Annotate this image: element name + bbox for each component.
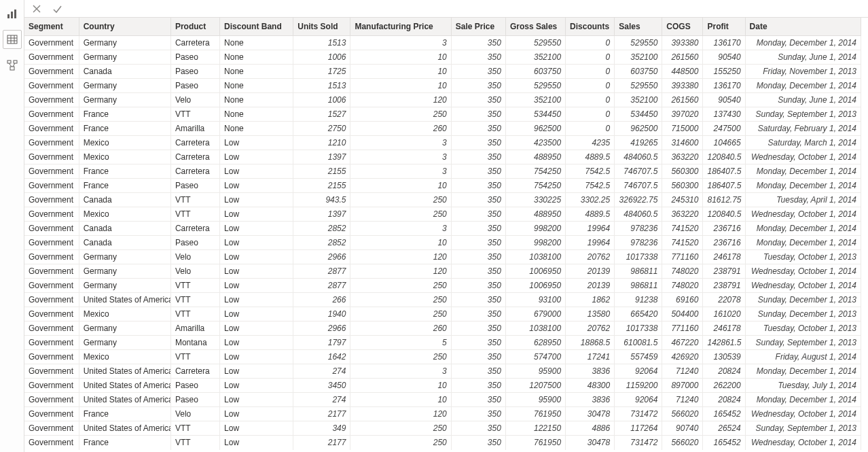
cell-date[interactable]: Friday, August 1, 2014: [745, 350, 861, 364]
cell-profit[interactable]: 136170: [703, 79, 745, 93]
cell-country[interactable]: United States of America: [79, 293, 170, 307]
cell-country[interactable]: Mexico: [79, 150, 170, 164]
cell-discount_band[interactable]: Low: [220, 364, 293, 379]
cell-discount_band[interactable]: Low: [220, 136, 293, 150]
column-header-product[interactable]: Product: [170, 18, 219, 36]
cell-sales[interactable]: 352100: [615, 93, 662, 107]
cell-profit[interactable]: 137430: [703, 107, 745, 122]
cell-discount_band[interactable]: Low: [220, 421, 293, 436]
cell-date[interactable]: Sunday, December 1, 2013: [745, 307, 861, 321]
cell-sale_price[interactable]: 350: [451, 193, 505, 207]
cell-mfg_price[interactable]: 10: [350, 50, 451, 65]
cell-units_sold[interactable]: 1725: [293, 65, 350, 79]
table-row[interactable]: GovernmentUnited States of AmericaVTTLow…: [24, 421, 861, 436]
cell-discount_band[interactable]: Low: [220, 279, 293, 293]
cell-sale_price[interactable]: 350: [451, 393, 505, 407]
cell-cogs[interactable]: 467220: [662, 336, 703, 350]
table-row[interactable]: GovernmentMexicoVTTLow164225035057470017…: [24, 350, 861, 364]
cell-units_sold[interactable]: 2155: [293, 179, 350, 193]
cell-product[interactable]: VTT: [170, 279, 219, 293]
cell-country[interactable]: France: [79, 407, 170, 421]
cell-sales[interactable]: 419265: [615, 136, 662, 150]
cell-country[interactable]: France: [79, 122, 170, 136]
cell-discounts[interactable]: 13580: [566, 307, 615, 321]
cell-units_sold[interactable]: 1397: [293, 207, 350, 222]
cell-sale_price[interactable]: 350: [451, 122, 505, 136]
cell-sale_price[interactable]: 350: [451, 65, 505, 79]
cell-discounts[interactable]: 3836: [566, 393, 615, 407]
cell-segment[interactable]: Government: [24, 350, 79, 364]
cell-profit[interactable]: 120840.5: [703, 207, 745, 222]
cell-units_sold[interactable]: 1006: [293, 93, 350, 107]
cell-segment[interactable]: Government: [24, 379, 79, 393]
cell-mfg_price[interactable]: 120: [350, 250, 451, 264]
cell-sale_price[interactable]: 350: [451, 293, 505, 307]
cell-discount_band[interactable]: None: [220, 107, 293, 122]
cell-cogs[interactable]: 560300: [662, 164, 703, 179]
cell-profit[interactable]: 136170: [703, 36, 745, 50]
cell-country[interactable]: Canada: [79, 236, 170, 250]
cell-gross_sales[interactable]: 754250: [505, 179, 565, 193]
cell-cogs[interactable]: 897000: [662, 379, 703, 393]
cell-profit[interactable]: 104665: [703, 136, 745, 150]
cell-country[interactable]: Germany: [79, 321, 170, 336]
cell-discounts[interactable]: 20762: [566, 321, 615, 336]
cell-sales[interactable]: 978236: [615, 222, 662, 236]
cell-units_sold[interactable]: 2966: [293, 250, 350, 264]
model-view-button[interactable]: [3, 56, 22, 75]
cell-profit[interactable]: 262200: [703, 379, 745, 393]
cell-discount_band[interactable]: None: [220, 36, 293, 50]
cell-sale_price[interactable]: 350: [451, 93, 505, 107]
cell-sales[interactable]: 352100: [615, 50, 662, 65]
cell-gross_sales[interactable]: 962500: [505, 122, 565, 136]
cell-sales[interactable]: 117264: [615, 421, 662, 436]
cell-profit[interactable]: 130539: [703, 350, 745, 364]
cell-profit[interactable]: 20824: [703, 393, 745, 407]
cell-product[interactable]: VTT: [170, 293, 219, 307]
table-row[interactable]: GovernmentGermanyMontanaLow1797535062895…: [24, 336, 861, 350]
cell-product[interactable]: VTT: [170, 421, 219, 436]
cell-cogs[interactable]: 741520: [662, 222, 703, 236]
cell-units_sold[interactable]: 266: [293, 293, 350, 307]
column-header-date[interactable]: Date: [745, 18, 861, 36]
cell-gross_sales[interactable]: 761950: [505, 407, 565, 421]
cell-discounts[interactable]: 4889.5: [566, 150, 615, 164]
cell-discount_band[interactable]: None: [220, 79, 293, 93]
cell-product[interactable]: Velo: [170, 264, 219, 279]
cell-discount_band[interactable]: None: [220, 93, 293, 107]
cell-segment[interactable]: Government: [24, 364, 79, 379]
cell-product[interactable]: VTT: [170, 193, 219, 207]
cell-cogs[interactable]: 90740: [662, 421, 703, 436]
cell-sales[interactable]: 1159200: [615, 379, 662, 393]
cell-cogs[interactable]: 771160: [662, 250, 703, 264]
table-row[interactable]: GovernmentCanadaPaseoLow2852103509982001…: [24, 236, 861, 250]
cancel-formula-button[interactable]: [30, 2, 43, 16]
cell-segment[interactable]: Government: [24, 321, 79, 336]
cell-units_sold[interactable]: 2852: [293, 236, 350, 250]
cell-date[interactable]: Sunday, September 1, 2013: [745, 421, 861, 436]
cell-units_sold[interactable]: 1527: [293, 107, 350, 122]
cell-profit[interactable]: 247500: [703, 122, 745, 136]
cell-sale_price[interactable]: 350: [451, 164, 505, 179]
cell-gross_sales[interactable]: 330225: [505, 193, 565, 207]
cell-discounts[interactable]: 0: [566, 107, 615, 122]
table-row[interactable]: GovernmentFrancePaseoLow2155103507542507…: [24, 179, 861, 193]
cell-discounts[interactable]: 1862: [566, 293, 615, 307]
cell-sale_price[interactable]: 350: [451, 236, 505, 250]
cell-country[interactable]: France: [79, 107, 170, 122]
cell-cogs[interactable]: 71240: [662, 364, 703, 379]
cell-sales[interactable]: 731472: [615, 407, 662, 421]
cell-discounts[interactable]: 20139: [566, 264, 615, 279]
report-view-button[interactable]: [3, 4, 22, 23]
table-row[interactable]: GovernmentUnited States of AmericaVTTLow…: [24, 293, 861, 307]
cell-gross_sales[interactable]: 998200: [505, 236, 565, 250]
cell-profit[interactable]: 238791: [703, 264, 745, 279]
cell-country[interactable]: United States of America: [79, 393, 170, 407]
cell-segment[interactable]: Government: [24, 93, 79, 107]
cell-sale_price[interactable]: 350: [451, 179, 505, 193]
cell-gross_sales[interactable]: 628950: [505, 336, 565, 350]
table-row[interactable]: GovernmentGermanyVTTLow28772503501006950…: [24, 279, 861, 293]
cell-sales[interactable]: 962500: [615, 122, 662, 136]
cell-gross_sales[interactable]: 1006950: [505, 264, 565, 279]
cell-mfg_price[interactable]: 10: [350, 179, 451, 193]
